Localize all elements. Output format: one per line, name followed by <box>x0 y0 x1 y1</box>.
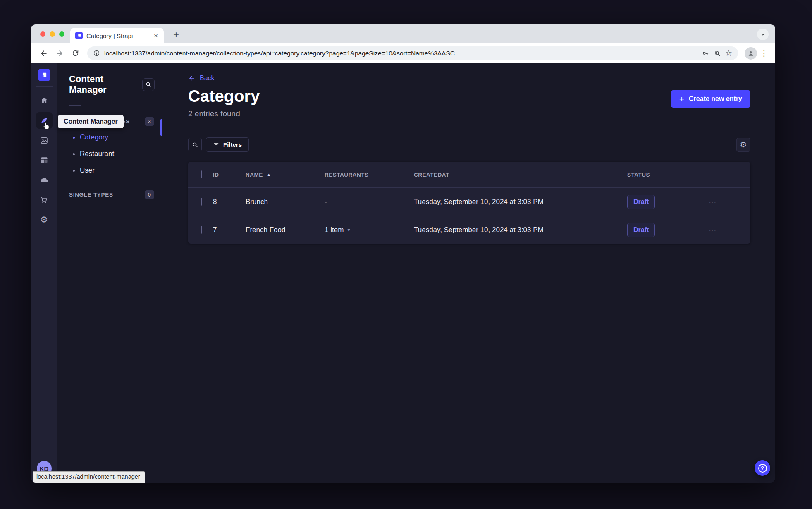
bullet-icon <box>73 170 75 172</box>
password-key-icon[interactable] <box>702 49 709 57</box>
single-types-section: SINGLE TYPES 0 <box>69 190 162 199</box>
header-restaurants: RESTAURANTS <box>325 172 414 178</box>
back-label: Back <box>200 74 215 82</box>
row-checkbox[interactable] <box>201 198 202 206</box>
bullet-icon <box>73 153 75 155</box>
subnav-item-restaurant[interactable]: Restaurant <box>69 146 162 162</box>
main-content: Back Category 2 entries found + Create n… <box>162 63 775 483</box>
header-id: ID <box>213 172 246 178</box>
restaurants-dropdown[interactable]: 1 item ▾ <box>325 226 414 234</box>
new-tab-button[interactable]: + <box>170 29 182 41</box>
tab-close-icon[interactable]: × <box>152 31 160 40</box>
cloud-icon[interactable] <box>36 172 53 188</box>
help-button[interactable]: ? <box>755 460 770 476</box>
browser-window: Category | Strapi × + localhost:1337/adm… <box>31 24 775 483</box>
table-header-row: ID NAME ▲ RESTAURANTS CREATEDAT STATUS <box>188 162 750 187</box>
table-row[interactable]: 7 French Food 1 item ▾ Tuesday, Septembe… <box>188 216 750 244</box>
close-window-button[interactable] <box>40 31 45 37</box>
strapi-logo-icon[interactable] <box>38 69 50 81</box>
back-link[interactable]: Back <box>188 74 215 82</box>
sort-ascending-icon: ▲ <box>267 172 271 177</box>
maximize-window-button[interactable] <box>59 31 64 37</box>
subnav-search-button[interactable] <box>142 78 155 91</box>
header-name-sort[interactable]: NAME ▲ <box>246 172 325 178</box>
back-icon[interactable] <box>37 46 51 60</box>
cell-name: Brunch <box>246 198 325 206</box>
row-checkbox[interactable] <box>201 226 202 234</box>
bullet-icon <box>73 137 75 139</box>
create-new-entry-button[interactable]: + Create new entry <box>671 90 750 108</box>
zoom-icon[interactable] <box>714 50 721 57</box>
url-text[interactable]: localhost:1337/admin/content-manager/col… <box>104 50 455 57</box>
subnav-item-label: Category <box>80 133 108 142</box>
content-type-builder-icon[interactable] <box>36 152 53 168</box>
row-actions-icon[interactable]: ⋯ <box>709 226 716 234</box>
view-settings-gear-icon[interactable]: ⚙ <box>736 138 750 152</box>
cell-id: 7 <box>213 226 246 234</box>
filter-icon <box>213 142 220 148</box>
single-types-count-badge: 0 <box>145 190 154 199</box>
subnav-item-label: User <box>80 166 95 175</box>
content-manager-tooltip: Content Manager <box>58 115 124 128</box>
browser-menu-icon[interactable]: ⋮ <box>759 48 769 58</box>
reload-icon[interactable] <box>68 46 82 60</box>
page-title: Category <box>188 87 260 105</box>
cell-createdat: Tuesday, September 10, 2024 at 3:03 PM <box>414 198 627 206</box>
tab-search-chevron-icon[interactable] <box>757 29 769 40</box>
collection-types-count-badge: 3 <box>145 117 154 126</box>
header-createdat: CREATEDAT <box>414 172 627 178</box>
filters-button[interactable]: Filters <box>206 137 249 152</box>
url-bar[interactable]: localhost:1337/admin/content-manager/col… <box>87 46 738 60</box>
link-preview-status-bar: localhost:1337/admin/content-manager <box>33 471 145 483</box>
browser-toolbar: localhost:1337/admin/content-manager/col… <box>31 43 775 63</box>
browser-profile-icon[interactable] <box>745 47 757 60</box>
cell-restaurants: - <box>325 198 414 206</box>
cell-createdat: Tuesday, September 10, 2024 at 3:03 PM <box>414 226 627 234</box>
entries-table: ID NAME ▲ RESTAURANTS CREATEDAT STATUS 8 <box>188 162 750 244</box>
subnav-item-category[interactable]: Category <box>69 129 162 146</box>
subnav-item-user[interactable]: User <box>69 162 162 179</box>
subnav-divider <box>69 105 81 106</box>
filters-label: Filters <box>223 141 242 148</box>
media-library-icon[interactable] <box>36 132 53 149</box>
rail-divider <box>36 86 53 87</box>
bookmark-star-icon[interactable]: ☆ <box>725 48 732 58</box>
home-icon[interactable] <box>36 92 53 109</box>
header-status: STATUS <box>627 172 708 178</box>
page-info-icon[interactable] <box>93 50 100 57</box>
browser-tab-strip: Category | Strapi × + <box>31 24 775 43</box>
search-button[interactable] <box>188 138 202 151</box>
help-question-icon: ? <box>758 464 767 473</box>
status-badge: Draft <box>627 223 655 237</box>
select-all-checkbox[interactable] <box>201 170 202 178</box>
single-types-label: SINGLE TYPES <box>69 192 113 198</box>
row-actions-icon[interactable]: ⋯ <box>709 197 716 206</box>
minimize-window-button[interactable] <box>50 31 55 37</box>
subnav-item-label: Restaurant <box>80 150 114 158</box>
marketplace-cart-icon[interactable] <box>36 192 53 208</box>
active-item-indicator <box>160 119 162 136</box>
entries-count: 2 entries found <box>188 109 260 118</box>
plus-icon: + <box>679 95 684 103</box>
strapi-app: ⚙ KD Content Manager COLLECTION TYPES 3 … <box>31 63 775 483</box>
cell-name: French Food <box>246 226 325 234</box>
chevron-down-icon: ▾ <box>347 227 350 233</box>
status-badge: Draft <box>627 195 655 209</box>
window-controls <box>40 31 64 37</box>
settings-gear-icon[interactable]: ⚙ <box>36 211 53 228</box>
table-row[interactable]: 8 Brunch - Tuesday, September 10, 2024 a… <box>188 187 750 216</box>
cell-id: 8 <box>213 198 246 206</box>
mouse-cursor-icon <box>42 122 51 132</box>
create-button-label: Create new entry <box>689 95 742 103</box>
tab-title: Category | Strapi <box>86 32 148 39</box>
subnav-title: Content Manager <box>69 74 142 95</box>
strapi-favicon-icon <box>75 32 83 39</box>
forward-icon[interactable] <box>53 46 67 60</box>
browser-tab[interactable]: Category | Strapi × <box>70 28 164 43</box>
